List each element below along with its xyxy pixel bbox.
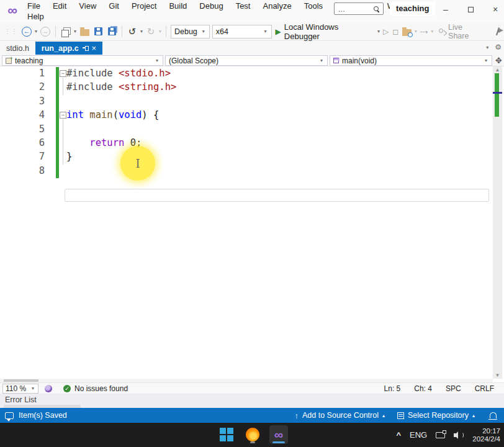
- save-all-button[interactable]: [106, 24, 118, 39]
- menu-item-file[interactable]: File: [21, 1, 47, 12]
- start-without-debugging-icon[interactable]: ▷: [383, 27, 389, 36]
- status-segment[interactable]: Ln: 5: [384, 384, 401, 393]
- tab-label: stdio.h: [6, 44, 29, 53]
- toolbar-separator: [55, 26, 56, 37]
- menu-item-test[interactable]: Test: [230, 1, 257, 12]
- taskbar-visual-studio-button[interactable]: ∞: [269, 425, 288, 444]
- zoom-dropdown[interactable]: 110 % ▾: [2, 384, 38, 394]
- horizontal-scrollbar-thumb[interactable]: [4, 379, 38, 382]
- code-line[interactable]: [66, 122, 176, 136]
- restore-icon: [468, 7, 474, 12]
- menu-item-project[interactable]: Project: [125, 1, 163, 12]
- close-button[interactable]: ×: [483, 0, 504, 19]
- redo-dropdown-icon: ▾: [159, 29, 161, 34]
- menu-item-view[interactable]: View: [73, 1, 102, 12]
- code-line[interactable]: return 0;: [66, 136, 176, 150]
- back-dropdown-icon[interactable]: ▾: [35, 29, 37, 34]
- restore-button[interactable]: [458, 0, 483, 19]
- find-in-files-icon[interactable]: [402, 29, 412, 36]
- line-number: 4: [0, 108, 45, 122]
- current-line-highlight: [65, 189, 489, 202]
- error-list-panel[interactable]: Error List: [0, 394, 504, 408]
- navigate-back-button[interactable]: ←: [20, 24, 33, 39]
- undo-button[interactable]: ↺: [126, 24, 138, 39]
- pin-icon[interactable]: [83, 45, 88, 51]
- menu-item-help[interactable]: Help: [21, 11, 50, 22]
- tab-list-dropdown-icon[interactable]: ▾: [486, 45, 488, 50]
- menu-item-analyze[interactable]: Analyze: [256, 1, 297, 12]
- scrollbar-up-icon[interactable]: ▲: [493, 67, 502, 73]
- feedback-icon[interactable]: [497, 27, 504, 35]
- code-line[interactable]: int main(void) {: [66, 108, 176, 122]
- speech-bubble-icon: [5, 412, 14, 419]
- gear-icon[interactable]: ⚙: [495, 43, 502, 52]
- code-line[interactable]: #include <stdio.h>: [66, 66, 176, 80]
- status-segment[interactable]: CRLF: [475, 384, 494, 393]
- code-line[interactable]: #include <string.h>: [66, 80, 176, 94]
- close-icon[interactable]: ×: [92, 43, 97, 53]
- add-to-source-control-label: Add to Source Control: [302, 411, 379, 420]
- method-cube-icon: [333, 58, 339, 63]
- fold-marker-line-4[interactable]: −: [60, 112, 66, 119]
- status-segment[interactable]: Ch: 4: [414, 384, 432, 393]
- undo-dropdown-icon[interactable]: ▾: [140, 29, 143, 34]
- document-health-icon[interactable]: [45, 385, 52, 392]
- code-line[interactable]: [66, 94, 176, 108]
- line-number: 3: [0, 94, 45, 108]
- save-button[interactable]: [92, 24, 104, 39]
- speaker-icon[interactable]: [454, 431, 464, 439]
- search-input[interactable]: ...: [334, 2, 384, 15]
- scrollbar-down-icon[interactable]: ▼: [493, 372, 502, 378]
- redo-button[interactable]: ↻: [145, 24, 157, 39]
- undo-icon: ↺: [128, 26, 137, 37]
- bell-icon[interactable]: [490, 412, 497, 418]
- project-dropdown[interactable]: teaching ▾: [2, 55, 163, 66]
- open-folder-icon: [80, 29, 89, 36]
- start-button[interactable]: [217, 425, 236, 444]
- network-icon[interactable]: [436, 432, 445, 438]
- start-debugging-button[interactable]: ▶ Local Windows Debugger: [276, 22, 374, 41]
- tab-run_app-c[interactable]: run_app.c×: [35, 42, 102, 55]
- code-editor[interactable]: 12345678 − − #include <stdio.h>#include …: [0, 66, 504, 379]
- open-file-button[interactable]: [78, 24, 91, 39]
- split-window-icon[interactable]: ✥: [495, 56, 502, 65]
- arrow-up-icon: ↑: [295, 411, 299, 420]
- status-segment[interactable]: SPC: [446, 384, 461, 393]
- forward-icon: →: [40, 27, 50, 37]
- menu-item-git[interactable]: Git: [102, 1, 125, 12]
- chevron-down-icon: ▾: [156, 58, 158, 63]
- health-status-text: No issues found: [74, 384, 128, 393]
- add-to-source-control-button[interactable]: ↑ Add to Source Control ▴: [291, 411, 389, 420]
- select-repository-button[interactable]: Select Repository ▴: [394, 411, 479, 420]
- platform-dropdown[interactable]: x64▾: [212, 25, 272, 38]
- language-indicator[interactable]: ENG: [410, 430, 427, 440]
- live-share-button[interactable]: Live Share: [438, 23, 484, 40]
- configuration-dropdown[interactable]: Debug▾: [171, 25, 210, 38]
- time-text: 20:17: [472, 427, 500, 435]
- menu-item-debug[interactable]: Debug: [193, 1, 229, 12]
- tray-chevron-up-icon[interactable]: ^: [396, 430, 401, 440]
- new-project-dropdown-icon[interactable]: ▾: [74, 29, 76, 34]
- menu-item-edit[interactable]: Edit: [47, 1, 73, 12]
- chevron-down-icon: ▾: [485, 58, 487, 63]
- minimize-button[interactable]: –: [433, 0, 458, 19]
- member-dropdown[interactable]: main(void) ▾: [330, 55, 492, 66]
- chevron-down-icon: ▾: [431, 29, 433, 34]
- menu-item-build[interactable]: Build: [163, 1, 193, 12]
- navigate-forward-button[interactable]: →: [39, 24, 52, 39]
- clock[interactable]: 20:17 2024/2/4: [472, 427, 500, 443]
- vertical-scrollbar[interactable]: ▲ ▼: [493, 66, 502, 379]
- scope-dropdown[interactable]: (Global Scope) ▾: [165, 55, 328, 66]
- tab-stdio-h[interactable]: stdio.h: [0, 42, 35, 55]
- menu-item-tools[interactable]: Tools: [298, 1, 329, 12]
- chevron-down-icon: ▾: [264, 29, 267, 34]
- debugger-dropdown-icon[interactable]: ▾: [377, 29, 380, 34]
- date-text: 2024/2/4: [472, 435, 500, 443]
- visual-studio-icon: ∞: [274, 428, 283, 442]
- fold-scope-line: [63, 119, 63, 165]
- play-icon: ▶: [276, 27, 281, 36]
- live-share-icon: [438, 28, 446, 35]
- taskbar-firefox-button[interactable]: [243, 425, 262, 444]
- new-project-button[interactable]: [60, 24, 72, 39]
- fold-marker-line-1[interactable]: −: [60, 70, 66, 77]
